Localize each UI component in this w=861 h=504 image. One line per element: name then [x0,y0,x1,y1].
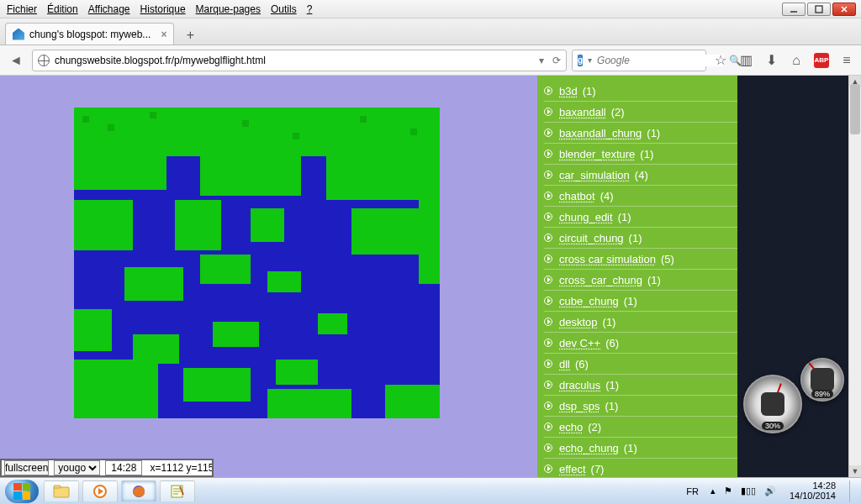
tag-item[interactable]: dll(6) [544,354,737,375]
tag-item[interactable]: car_simulation(4) [544,165,737,186]
tag-link[interactable]: b3d [559,85,578,97]
tag-link[interactable]: cube_chung [559,295,619,307]
taskbar-firefox[interactable] [121,480,156,502]
tag-link[interactable]: effect [559,463,586,475]
tag-link[interactable]: circuit_chung [559,232,624,244]
tray-flag-icon[interactable]: ⚑ [724,486,732,496]
tag-item[interactable]: b3d(1) [544,81,737,102]
tag-item[interactable]: baxandall_chung(1) [544,123,737,144]
menu-marquepages[interactable]: Marque-pages [193,2,264,17]
bullet-icon [544,234,552,242]
window-minimize-button[interactable] [782,3,806,16]
tag-link[interactable]: dev C++ [559,337,600,349]
tab-close-button[interactable]: × [161,29,166,40]
tag-item[interactable]: circuit_chung(1) [544,228,737,249]
tag-item[interactable]: chatbot(4) [544,186,737,207]
scroll-thumb[interactable] [850,84,860,134]
fullscreen-button[interactable]: fullscreen [4,460,49,475]
dropdown-icon[interactable]: ▾ [539,55,544,66]
tray-language[interactable]: FR [683,486,702,496]
tray-date[interactable]: 14/10/2014 [790,491,836,501]
nav-back-button[interactable]: ◄ [5,50,27,71]
tag-item[interactable]: effect(7) [544,459,737,477]
menu-affichage[interactable]: Affichage [85,2,134,17]
adblock-button[interactable]: ABP [812,51,831,70]
page-scrollbar[interactable]: ▲ ▼ [848,76,861,477]
tag-link[interactable]: baxandall_chung [559,127,642,139]
url-input[interactable] [55,55,534,66]
tag-count: (1) [640,148,653,160]
hamburger-menu-button[interactable]: ≡ [837,51,856,70]
show-desktop-button[interactable] [849,480,856,502]
bullet-icon [544,297,552,305]
bullet-icon [544,381,552,389]
tag-item[interactable]: blender_texture(1) [544,144,737,165]
page-viewport: fullscreen yougo 14:28 x=1112 y=1159 z=1… [0,76,861,477]
tag-link[interactable]: dsp_sps [559,400,600,412]
webgl-canvas[interactable] [74,108,440,418]
menu-edition[interactable]: Édition [44,2,82,17]
tag-link[interactable]: cross_car_chung [559,274,642,286]
tag-link[interactable]: car_simulation [559,169,630,181]
tag-link[interactable]: desktop [559,316,598,328]
tag-count: (1) [647,127,660,139]
taskbar-explorer[interactable] [44,480,79,502]
tag-link[interactable]: chung_edit [559,211,613,223]
tag-item[interactable]: desktop(1) [544,312,737,333]
svg-rect-26 [82,116,89,123]
bookmark-star-button[interactable]: ☆ [711,51,730,70]
cpu-gauge-gadget[interactable]: 89% 30% [743,358,844,433]
tag-item[interactable]: baxandall(2) [544,102,737,123]
bullet-icon [544,255,552,263]
reader-button[interactable]: ▥ [737,51,755,70]
tray-volume-icon[interactable]: 🔊 [764,486,776,496]
tag-count: (2) [588,421,601,433]
menu-fichier[interactable]: Fichier [3,2,40,17]
tag-item[interactable]: echo(2) [544,417,737,438]
home-button[interactable]: ⌂ [787,51,806,70]
tab-title: chung's blogspot: myweb... [29,29,151,40]
tag-link[interactable]: echo [559,421,583,433]
tray-clock[interactable]: 14:28 [812,481,836,491]
tag-link[interactable]: cross car simulation [559,253,656,265]
tag-link[interactable]: baxandall [559,106,606,118]
downloads-button[interactable]: ⬇ [762,51,780,70]
tag-link[interactable]: dll [559,358,570,370]
start-button[interactable] [5,480,39,503]
bullet-icon [544,276,552,284]
window-close-button[interactable] [832,3,856,16]
tag-link[interactable]: draculus [559,379,600,391]
scroll-down-button[interactable]: ▼ [849,465,861,477]
tag-item[interactable]: cross car simulation(5) [544,249,737,270]
search-input[interactable] [597,55,724,66]
tag-item[interactable]: dev C++(6) [544,333,737,354]
tag-item[interactable]: echo_chung(1) [544,438,737,459]
bullet-icon [544,402,552,410]
new-tab-button[interactable]: + [179,26,201,45]
search-bar[interactable]: g▾ 🔍 [572,50,706,71]
tag-item[interactable]: cross_car_chung(1) [544,270,737,291]
url-bar[interactable]: ▾⟳ [32,50,567,71]
tag-link[interactable]: chatbot [559,190,595,202]
taskbar-mediaplayer[interactable] [82,480,118,502]
menu-help[interactable]: ? [304,2,316,17]
tab-active[interactable]: chung's blogspot: myweb... × [5,23,174,45]
chevron-down-icon[interactable]: ▾ [588,55,592,65]
window-maximize-button[interactable] [807,3,831,16]
tag-link[interactable]: echo_chung [559,442,619,454]
menu-historique[interactable]: Historique [137,2,189,17]
tag-item[interactable]: chung_edit(1) [544,207,737,228]
tag-item[interactable]: draculus(1) [544,375,737,396]
bullet-icon [544,213,552,221]
mode-select[interactable]: yougo [54,460,100,475]
menu-outils[interactable]: Outils [267,2,300,17]
tag-item[interactable]: cube_chung(1) [544,291,737,312]
search-engine-icon[interactable]: g [578,55,583,66]
tag-item[interactable]: dsp_sps(1) [544,396,737,417]
taskbar-notepadpp[interactable] [160,480,195,502]
navbar: ◄ ▾⟳ g▾ 🔍 ☆ ▥ ⬇ ⌂ ABP ≡ [0,45,861,76]
tray-network-icon[interactable]: ▮▯▯ [741,486,756,496]
reload-button[interactable]: ⟳ [552,55,561,66]
tag-link[interactable]: blender_texture [559,148,635,160]
tray-up-icon[interactable]: ▴ [710,486,716,496]
